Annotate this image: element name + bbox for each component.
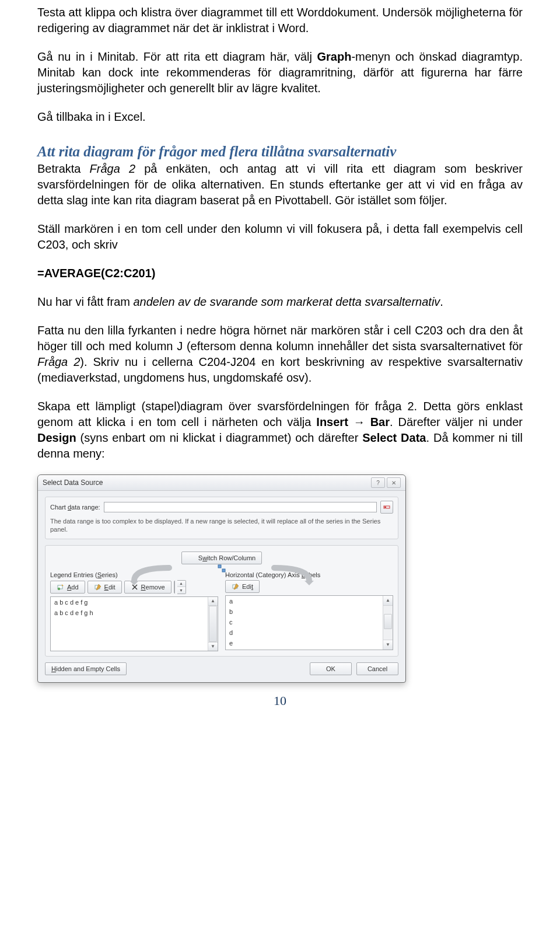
scrollbar[interactable]: ▲ ▼ bbox=[383, 596, 393, 650]
legend-entries-column: Legend Entries (Series) Add bbox=[50, 571, 218, 651]
text-run-italic: Fråga 2 bbox=[37, 355, 80, 368]
text-run: ). Skriv nu i cellerna C204-J204 en kort… bbox=[37, 355, 523, 384]
axis-labels-column: Horizontal (Category) Axis Labels Edit bbox=[225, 571, 393, 651]
hidden-empty-cells-button[interactable]: Hidden and Empty Cells bbox=[45, 662, 127, 675]
list-item[interactable]: a bbox=[226, 596, 393, 606]
remove-series-button[interactable]: Remove bbox=[124, 581, 172, 594]
text-run: Fatta nu den lilla fyrkanten i nedre hög… bbox=[37, 324, 523, 352]
move-down-icon: ▼ bbox=[177, 587, 186, 594]
data-range-group: Chart data range: The data range is too … bbox=[45, 497, 398, 539]
move-series-updown[interactable]: ▲ ▼ bbox=[177, 580, 186, 594]
svg-rect-2 bbox=[218, 565, 221, 568]
text-run: (syns enbart om ni klickat i diagrammet)… bbox=[76, 431, 363, 444]
text-run-bold: Graph bbox=[317, 50, 352, 63]
formula: =AVERAGE(C2:C201) bbox=[37, 266, 523, 281]
text-run-italic: Fråga 2 bbox=[90, 162, 136, 175]
edit-series-button[interactable]: Edit bbox=[88, 581, 122, 594]
switch-row-column-button[interactable]: Switch Row/Column bbox=[181, 551, 262, 564]
paragraph: Nu har vi fått fram andelen av de svaran… bbox=[37, 294, 523, 310]
chart-data-range-input[interactable] bbox=[104, 502, 377, 512]
document-page: Testa att klippa och klistra över diagra… bbox=[0, 0, 560, 720]
cancel-button[interactable]: Cancel bbox=[356, 662, 398, 675]
switch-icon bbox=[188, 554, 196, 562]
range-picker-button[interactable] bbox=[380, 501, 393, 514]
dialog-title: Select Data Source bbox=[43, 479, 369, 487]
scrollbar[interactable]: ▲ ▼ bbox=[208, 597, 218, 651]
edit-axis-labels-button[interactable]: Edit bbox=[225, 580, 260, 593]
scroll-up-icon: ▲ bbox=[383, 596, 393, 606]
add-series-button[interactable]: Add bbox=[50, 581, 85, 594]
edit-icon bbox=[232, 582, 240, 591]
ok-button[interactable]: OK bbox=[310, 662, 352, 675]
add-icon bbox=[57, 583, 65, 591]
paragraph: Fatta nu den lilla fyrkanten i nedre hög… bbox=[37, 323, 523, 386]
paragraph: Gå tillbaka in i Excel. bbox=[37, 109, 523, 125]
text-run: . bbox=[440, 295, 443, 308]
scroll-up-icon: ▲ bbox=[208, 597, 218, 606]
paragraph: Betrakta Fråga 2 på enkäten, och antag a… bbox=[37, 161, 523, 208]
edit-icon bbox=[94, 583, 102, 591]
text-run: Gå nu in i Minitab. För att rita ett dia… bbox=[37, 50, 317, 63]
text-run: Nu har vi fått fram bbox=[37, 295, 134, 308]
series-listbox[interactable]: a b c d e f g a b c d e f g h ▲ ▼ bbox=[50, 596, 218, 651]
move-up-icon: ▲ bbox=[177, 581, 186, 588]
range-note: The data range is too complex to be disp… bbox=[50, 517, 393, 534]
text-run-bold: Design bbox=[37, 431, 76, 444]
svg-rect-1 bbox=[384, 507, 386, 508]
list-item[interactable]: c bbox=[226, 617, 393, 627]
text-run: Betrakta bbox=[37, 162, 90, 175]
text-run: . Därefter väljer ni under bbox=[390, 416, 523, 428]
close-button[interactable]: ✕ bbox=[387, 477, 401, 488]
page-number: 10 bbox=[37, 693, 523, 708]
dialog-footer: Hidden and Empty Cells OK Cancel bbox=[45, 662, 398, 675]
axis-labels-listbox[interactable]: a b c d e ▲ ▼ bbox=[225, 595, 393, 650]
text-run-bold: Select Data bbox=[362, 431, 426, 444]
series-group: Switch Row/Column Leg bbox=[45, 545, 398, 657]
paragraph: Ställ markören i en tom cell under den k… bbox=[37, 221, 523, 253]
text-run-bold: Insert → Bar bbox=[316, 416, 390, 428]
paragraph: Gå nu in i Minitab. För att rita ett dia… bbox=[37, 49, 523, 96]
text-run-italic: andelen av de svarande som markerat dett… bbox=[134, 295, 440, 308]
dialog-screenshot: Select Data Source ? ✕ Chart data range: bbox=[37, 474, 523, 683]
section-heading: Att rita diagram för frågor med flera ti… bbox=[37, 144, 523, 160]
list-item[interactable]: b bbox=[226, 606, 393, 617]
range-label: Chart data range: bbox=[50, 504, 100, 511]
paragraph: Testa att klippa och klistra över diagra… bbox=[37, 5, 523, 36]
collapse-dialog-icon bbox=[383, 504, 390, 511]
help-button[interactable]: ? bbox=[371, 477, 385, 488]
dialog-body: Chart data range: The data range is too … bbox=[38, 491, 405, 682]
remove-icon bbox=[131, 583, 139, 591]
list-item[interactable]: d bbox=[226, 627, 393, 638]
list-item[interactable]: a b c d e f g bbox=[51, 597, 218, 608]
legend-entries-label: Legend Entries (Series) bbox=[50, 571, 218, 578]
dialog-titlebar: Select Data Source ? ✕ bbox=[38, 475, 405, 491]
list-item[interactable]: a b c d e f g h bbox=[51, 608, 218, 618]
paragraph: Skapa ett lämpligt (stapel)diagram över … bbox=[37, 399, 523, 462]
switch-row-column-area: Switch Row/Column bbox=[50, 549, 393, 568]
scroll-down-icon: ▼ bbox=[383, 640, 393, 650]
select-data-source-dialog: Select Data Source ? ✕ Chart data range: bbox=[37, 474, 406, 683]
list-item[interactable]: e bbox=[226, 638, 393, 648]
scroll-down-icon: ▼ bbox=[208, 642, 218, 651]
axis-labels-label: Horizontal (Category) Axis Labels bbox=[225, 571, 393, 578]
svg-point-7 bbox=[58, 587, 60, 589]
